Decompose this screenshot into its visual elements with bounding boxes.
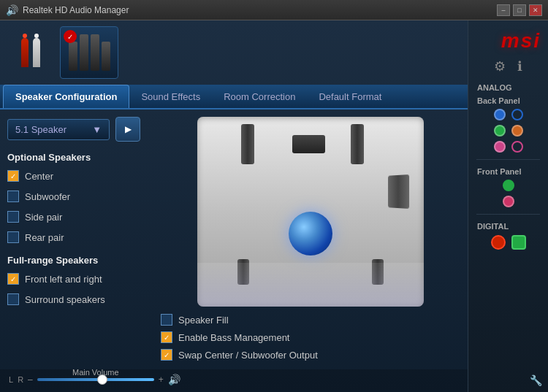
jack-back-blue[interactable] — [494, 109, 506, 120]
volume-slider-track[interactable] — [37, 378, 154, 381]
wrench-button[interactable]: 🔧 — [530, 374, 542, 386]
back-panel-row-1 — [488, 109, 529, 120]
jack-front-green[interactable] — [503, 180, 514, 191]
checkbox-speaker-fill[interactable] — [161, 314, 172, 326]
gear-icon[interactable]: ⚙ — [494, 58, 506, 74]
option-side-pair-label: Side pair — [25, 212, 62, 223]
option-rear-pair[interactable]: Rear pair — [7, 230, 153, 245]
option-swap-center[interactable]: Swap Center / Subwoofer Output — [161, 347, 318, 362]
option-rear-pair-label: Rear pair — [25, 232, 64, 243]
jack-front-pink[interactable] — [503, 196, 514, 207]
option-center[interactable]: Center — [7, 169, 153, 183]
spk-bar-4 — [102, 42, 110, 71]
maximize-button[interactable]: □ — [513, 4, 526, 16]
side-right-speaker — [387, 175, 409, 208]
back-panel-row-2 — [488, 125, 529, 137]
option-surround[interactable]: Surround speakers — [7, 292, 153, 307]
chevron-down-icon: ▼ — [92, 124, 102, 135]
jack-back-blue-ring[interactable] — [511, 109, 523, 120]
device-area: ✓ — [0, 20, 468, 85]
volume-slider-thumb[interactable] — [97, 374, 107, 385]
rear-left-speaker — [241, 124, 254, 164]
spk-bar-1 — [69, 42, 77, 71]
right-sidebar: msi ⚙ ℹ ANALOG Back Panel Front Panel — [468, 20, 548, 392]
checkbox-side-pair[interactable] — [7, 211, 19, 223]
option-surround-label: Surround speakers — [25, 294, 105, 305]
titlebar: 🔊 Realtek HD Audio Manager – □ ✕ — [0, 0, 548, 20]
front-left-speaker — [237, 259, 249, 285]
main-container: ✓ Speaker Configuration Sound Effects Ro… — [0, 20, 548, 392]
checkbox-bass-management[interactable] — [161, 331, 172, 343]
option-speaker-fill-label: Speaker Fill — [178, 315, 229, 326]
spk-bar-2 — [80, 34, 88, 71]
tab-sound-effects[interactable]: Sound Effects — [129, 85, 212, 108]
option-swap-center-label: Swap Center / Subwoofer Output — [178, 350, 318, 361]
speaker-stage — [197, 117, 424, 307]
main-panel: 5.1 Speaker ▼ ▶ Optional Speakers Center… — [0, 109, 468, 369]
sidebar-divider-2 — [476, 214, 540, 215]
front-panel-row-2 — [497, 196, 520, 207]
jack-back-green[interactable] — [494, 125, 506, 137]
jack-back-pink[interactable] — [494, 141, 506, 153]
digital-jacks — [485, 232, 532, 253]
volume-bar: L R – Main Volume + 🔊 — [0, 369, 468, 390]
spk-bar-3 — [91, 34, 99, 71]
jack-digital-optical[interactable] — [491, 235, 506, 250]
info-icon[interactable]: ℹ — [517, 58, 522, 74]
volume-plus-icon: + — [159, 374, 164, 385]
volume-right-label: R — [18, 375, 23, 384]
option-center-label: Center — [25, 171, 53, 182]
rear-right-speaker — [351, 124, 364, 164]
sidebar-icons-row: ⚙ ℹ — [494, 58, 522, 74]
rca-plug-red — [21, 38, 28, 67]
option-front-lr[interactable]: Front left and right — [7, 272, 153, 286]
option-front-lr-label: Front left and right — [25, 274, 102, 285]
close-button[interactable]: ✕ — [529, 4, 542, 16]
rca-device-icon — [9, 26, 53, 79]
left-controls: 5.1 Speaker ▼ ▶ Optional Speakers Center… — [7, 117, 153, 362]
content-area: ✓ Speaker Configuration Sound Effects Ro… — [0, 20, 468, 392]
digital-label: DIGITAL — [477, 222, 509, 231]
analog-label: ANALOG — [477, 83, 512, 92]
tab-speaker-configuration[interactable]: Speaker Configuration — [3, 85, 129, 108]
sidebar-divider-1 — [476, 159, 540, 160]
play-icon: ▶ — [125, 124, 132, 134]
play-button[interactable]: ▶ — [115, 117, 140, 142]
speaker-dropdown-value: 5.1 Speaker — [15, 124, 66, 135]
fullrange-speakers-title: Full-range Speakers — [7, 255, 153, 266]
checkbox-front-lr[interactable] — [7, 273, 19, 285]
listening-position-orb — [289, 212, 332, 255]
checkbox-rear-pair[interactable] — [7, 231, 19, 243]
minimize-button[interactable]: – — [497, 4, 510, 16]
volume-slider-container: Main Volume — [37, 378, 154, 381]
jack-digital-coaxial[interactable] — [511, 235, 526, 250]
front-right-speaker — [372, 259, 384, 285]
front-panel-label: Front Panel — [477, 167, 522, 176]
checkbox-swap-center[interactable] — [161, 349, 172, 361]
volume-left-label: L — [9, 375, 13, 384]
option-speaker-fill[interactable]: Speaker Fill — [161, 312, 318, 327]
tab-room-correction[interactable]: Room Correction — [212, 85, 307, 108]
option-subwoofer[interactable]: Subwoofer — [7, 189, 153, 204]
volume-speaker-icon: 🔊 — [168, 374, 180, 385]
rca-plug-white — [33, 38, 40, 67]
checkbox-subwoofer[interactable] — [7, 191, 19, 202]
option-bass-management-label: Enable Bass Management — [178, 332, 289, 343]
front-panel-row-1 — [497, 180, 520, 191]
option-side-pair[interactable]: Side pair — [7, 210, 153, 224]
jack-back-orange[interactable] — [511, 125, 523, 137]
tab-default-format[interactable]: Default Format — [307, 85, 393, 108]
device-check-badge: ✓ — [64, 30, 77, 43]
option-bass-management[interactable]: Enable Bass Management — [161, 330, 318, 345]
checkbox-surround[interactable] — [7, 293, 19, 305]
bottom-options: Speaker Fill Enable Bass Management Swap… — [161, 312, 318, 362]
title-text: Realtek HD Audio Manager — [23, 5, 497, 15]
msi-logo: msi — [501, 29, 541, 53]
speaker-device-icon[interactable]: ✓ — [60, 26, 118, 79]
checkbox-center[interactable] — [7, 170, 19, 182]
tabs-bar: Speaker Configuration Sound Effects Room… — [0, 85, 468, 109]
speaker-dropdown[interactable]: 5.1 Speaker ▼ — [7, 119, 110, 140]
title-icon: 🔊 — [6, 4, 18, 16]
jack-back-pink-ring[interactable] — [511, 141, 523, 153]
option-subwoofer-label: Subwoofer — [25, 191, 70, 202]
